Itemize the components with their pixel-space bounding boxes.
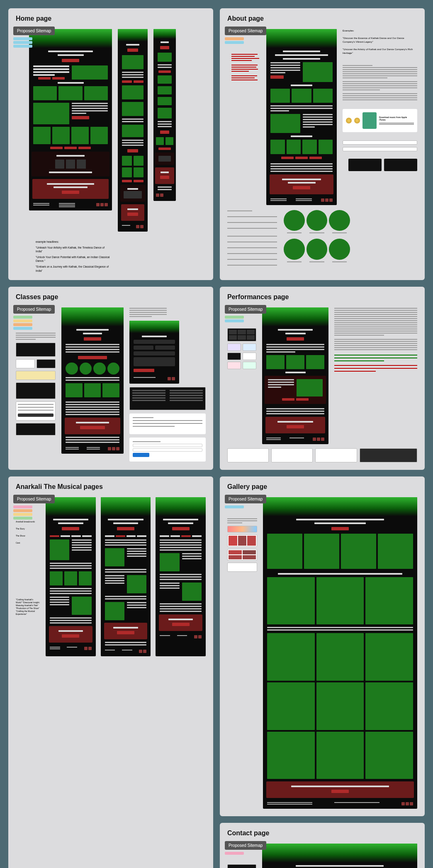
classes-title: Classes page (16, 293, 206, 301)
avatar (329, 210, 350, 231)
image (270, 114, 300, 133)
anarkali-mock-1 (46, 497, 96, 656)
form-ref (16, 423, 56, 435)
performances-title: Performances page (227, 293, 417, 301)
anno-example: "Discover the Essence of Kathak Dance an… (343, 36, 417, 44)
image (33, 103, 69, 124)
cta-button[interactable] (293, 186, 310, 189)
cta-button[interactable] (62, 634, 79, 638)
link-button[interactable] (64, 147, 77, 149)
textarea[interactable] (134, 357, 175, 366)
perf-bottom-thumbs (227, 448, 417, 462)
link-button[interactable] (50, 147, 63, 149)
anarkali-card: Anarkali The Musical pages Proposed Site… (8, 476, 213, 868)
sitemap-badge: Proposed Sitemap (13, 305, 55, 314)
cta-button[interactable] (331, 527, 349, 530)
cta-button[interactable] (62, 59, 79, 62)
footer (29, 201, 112, 207)
home-title: Home page (16, 15, 206, 22)
gallery-refs (227, 518, 257, 572)
input[interactable] (155, 346, 175, 350)
avatar (284, 210, 305, 231)
devi-album (362, 112, 377, 129)
image (90, 127, 108, 144)
anno-example: "Uncover the Artistry of Kathak and Our … (343, 48, 417, 55)
cta-button[interactable] (287, 425, 304, 428)
link-button[interactable] (52, 77, 65, 80)
submit-button[interactable] (133, 453, 149, 457)
input[interactable] (134, 340, 175, 344)
performances-card: Performances page Proposed Sitemap (220, 287, 425, 470)
home-mock-desktop (29, 29, 112, 210)
cta-button[interactable] (172, 527, 190, 530)
team-circles (284, 210, 350, 266)
cta-button[interactable] (331, 790, 349, 793)
about-card: About page Proposed Sitemap (220, 8, 425, 280)
album-icon (354, 118, 360, 123)
input[interactable] (134, 351, 175, 355)
about-bottom-notes (227, 210, 277, 266)
cta-button[interactable] (270, 75, 284, 79)
cta-button[interactable] (172, 623, 190, 626)
ref-thumb (16, 343, 56, 357)
avatar (329, 239, 350, 260)
cta-band (32, 179, 109, 199)
about-side-notes: Examples: "Discover the Essence of Katha… (343, 29, 417, 171)
form-ref (16, 401, 56, 421)
chip (13, 41, 32, 44)
form-refs (343, 140, 417, 151)
form-ref (16, 382, 56, 399)
image (33, 127, 51, 144)
avatar (284, 239, 305, 260)
input[interactable] (134, 346, 153, 350)
about-title: About page (227, 15, 417, 22)
dark-ref (384, 159, 417, 171)
image (303, 62, 333, 82)
contact-mock (262, 844, 417, 868)
sitemap-badge: Proposed Sitemap (225, 27, 266, 35)
contact-card: Contact page Proposed Sitemap (220, 823, 425, 868)
image (72, 65, 108, 80)
cta-button[interactable] (78, 356, 107, 359)
gallery-card: Gallery page Proposed Sitemap (220, 476, 425, 817)
thumb (55, 160, 64, 169)
cta-button[interactable] (72, 116, 89, 119)
chip (13, 37, 32, 40)
store-heading: Download music from Apple iTunes (379, 116, 407, 121)
cta-button[interactable] (84, 337, 101, 341)
anno-label: Anarkali breadcrumb (16, 520, 40, 523)
link-button[interactable] (78, 147, 91, 149)
cta-button[interactable] (62, 527, 79, 530)
chip (225, 41, 244, 44)
cta-button[interactable] (80, 426, 105, 429)
gallery-title: Gallery page (227, 483, 417, 491)
anarkali-mock-2 (101, 497, 151, 656)
sitemap-badge: Proposed Sitemap (13, 27, 55, 35)
cta-button[interactable] (62, 191, 79, 194)
sitemap-badge: Proposed Sitemap (225, 841, 266, 850)
anarkali-notes: Anarkali breadcrumb The Story The Show C… (16, 520, 40, 616)
cta-button[interactable] (117, 527, 134, 530)
classes-right (129, 307, 206, 462)
anno-headline: "Embark on a Journey with Kathak, the Cl… (36, 265, 110, 272)
cta-button[interactable] (287, 337, 304, 341)
anarkali-mock-3 (156, 497, 206, 656)
thumb (77, 160, 86, 169)
image (58, 86, 82, 100)
subhead-bar (58, 54, 84, 56)
itunes-card: Download music from Apple iTunes (343, 109, 417, 132)
classes-refs (16, 332, 56, 435)
thumb-row (29, 127, 112, 144)
white-form-ref (129, 413, 206, 434)
image (71, 127, 89, 144)
classes-mock (61, 307, 124, 454)
performances-mock (262, 307, 328, 444)
link-button[interactable] (38, 77, 51, 80)
home-mock-tablet-col (118, 29, 148, 232)
submit-button[interactable] (134, 369, 154, 372)
cta-button[interactable] (117, 631, 134, 634)
link: The Story (16, 527, 40, 530)
image (84, 86, 108, 100)
avatar (307, 210, 328, 231)
anno-headline: "Unlock Your Dance Potential with Kathak… (36, 255, 110, 263)
